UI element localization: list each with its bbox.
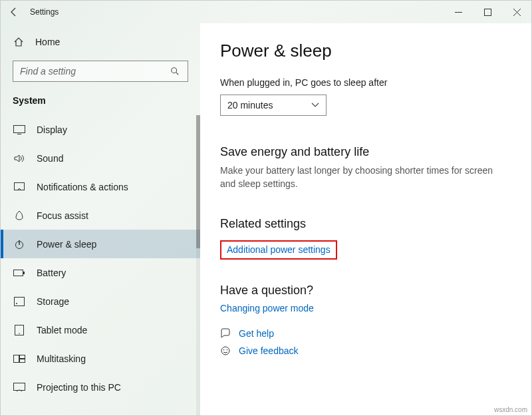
projecting-icon	[13, 383, 26, 392]
help-icon	[220, 328, 232, 339]
sidebar-item-label: Storage	[37, 296, 69, 307]
minimize-button[interactable]	[444, 2, 473, 22]
search-box[interactable]	[13, 61, 188, 82]
sidebar-item-label: Sound	[37, 153, 63, 164]
search-input[interactable]	[20, 66, 170, 77]
svg-rect-6	[14, 125, 25, 132]
svg-point-22	[223, 349, 225, 351]
svg-point-21	[221, 347, 229, 355]
svg-rect-18	[20, 355, 25, 358]
svg-rect-20	[14, 383, 25, 390]
sidebar-item-label: Battery	[37, 268, 66, 278]
sound-icon	[13, 154, 26, 163]
watermark: wsxdn.com	[494, 406, 527, 413]
page-title: Power & sleep	[220, 41, 511, 61]
home-icon	[13, 37, 25, 47]
svg-rect-11	[14, 270, 23, 276]
content-pane: Power & sleep When plugged in, PC goes t…	[200, 23, 531, 415]
sidebar-item-label: Projecting to this PC	[37, 382, 121, 393]
save-energy-heading: Save energy and battery life	[220, 145, 511, 159]
sidebar-item-power-sleep[interactable]: Power & sleep	[1, 230, 200, 258]
sidebar-home[interactable]: Home	[1, 33, 200, 51]
sidebar-item-label: Focus assist	[37, 210, 88, 221]
sidebar-item-sound[interactable]: Sound	[1, 144, 200, 172]
sleep-dropdown-value: 20 minutes	[227, 100, 273, 110]
window-controls	[444, 2, 531, 22]
titlebar: Settings	[1, 1, 531, 23]
svg-rect-1	[484, 9, 491, 15]
svg-line-5	[176, 73, 179, 75]
sidebar-item-battery[interactable]: Battery	[1, 258, 200, 287]
sidebar-item-label: Notifications & actions	[37, 182, 128, 192]
question-link[interactable]: Changing power mode	[220, 303, 314, 313]
home-label: Home	[35, 37, 60, 47]
sidebar-item-storage[interactable]: Storage	[1, 287, 200, 315]
sidebar-item-label: Display	[37, 124, 67, 135]
svg-point-4	[172, 68, 177, 73]
chevron-down-icon	[311, 103, 319, 108]
notifications-icon	[13, 182, 26, 192]
svg-point-14	[16, 303, 17, 304]
related-heading: Related settings	[220, 217, 511, 231]
sidebar-item-focus[interactable]: Focus assist	[1, 201, 200, 230]
close-button[interactable]	[502, 2, 531, 22]
sidebar: Home System Display Sound	[1, 23, 200, 415]
svg-rect-17	[14, 355, 19, 362]
sidebar-item-label: Power & sleep	[37, 239, 96, 250]
sidebar-item-label: Tablet mode	[37, 325, 87, 335]
focus-icon	[13, 210, 26, 221]
give-feedback-label: Give feedback	[239, 345, 299, 356]
help-links: Get help Give feedback	[220, 328, 511, 356]
give-feedback-link[interactable]: Give feedback	[220, 345, 511, 356]
multitasking-icon	[13, 355, 26, 363]
get-help-label: Get help	[239, 328, 274, 339]
sidebar-item-label: Multitasking	[37, 353, 86, 364]
svg-rect-8	[15, 182, 25, 190]
display-icon	[13, 125, 26, 134]
sidebar-item-multitasking[interactable]: Multitasking	[1, 344, 200, 373]
sleep-label: When plugged in, PC goes to sleep after	[220, 77, 511, 88]
maximize-button[interactable]	[473, 2, 502, 22]
search-icon	[170, 67, 181, 76]
sidebar-item-display[interactable]: Display	[1, 115, 200, 144]
storage-icon	[13, 297, 26, 306]
additional-power-link[interactable]: Additional power settings	[227, 244, 331, 255]
sleep-dropdown[interactable]: 20 minutes	[220, 95, 327, 116]
get-help-link[interactable]: Get help	[220, 328, 511, 339]
svg-point-23	[227, 349, 228, 351]
body: Home System Display Sound	[1, 23, 531, 415]
save-energy-desc: Make your battery last longer by choosin…	[220, 164, 506, 190]
related-highlight: Additional power settings	[220, 240, 337, 260]
sidebar-item-notifications[interactable]: Notifications & actions	[1, 172, 200, 201]
svg-rect-13	[15, 297, 25, 306]
sidebar-item-tablet[interactable]: Tablet mode	[1, 315, 200, 344]
svg-rect-12	[23, 272, 25, 274]
battery-icon	[13, 269, 26, 277]
svg-point-16	[19, 333, 20, 334]
back-button[interactable]	[7, 5, 21, 19]
sidebar-category: System	[1, 91, 200, 115]
question-heading: Have a question?	[220, 284, 511, 298]
sidebar-nav: Display Sound Notifications & actions Fo…	[1, 115, 200, 415]
window-title: Settings	[30, 7, 59, 17]
tablet-icon	[13, 325, 26, 335]
svg-rect-19	[20, 359, 25, 362]
feedback-icon	[220, 345, 232, 356]
sidebar-item-projecting[interactable]: Projecting to this PC	[1, 373, 200, 401]
settings-window: Settings Home	[0, 0, 532, 416]
power-icon	[13, 239, 26, 250]
